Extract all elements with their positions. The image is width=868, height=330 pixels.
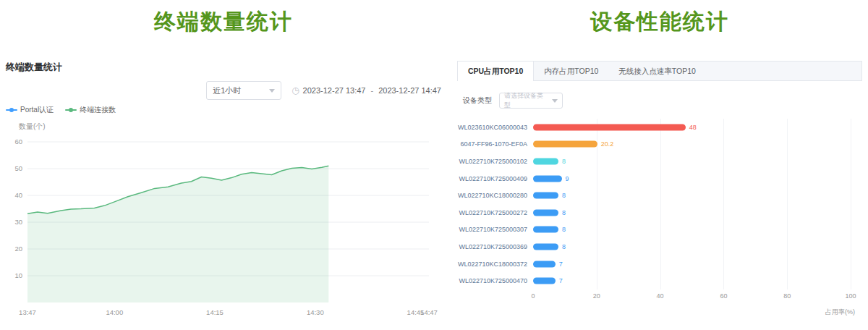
legend-label: 终端连接数 bbox=[80, 105, 116, 115]
time-range-value: 近1小时 bbox=[213, 85, 241, 96]
y-tick-label: 20 bbox=[14, 245, 22, 253]
legend-marker-icon bbox=[6, 107, 17, 113]
device-name-label[interactable]: 6047-FF96-1070-EF0A bbox=[457, 140, 527, 148]
bar-row-1: 6047-FF96-1070-EF0A20.2 bbox=[457, 136, 862, 153]
bar-row-2: WL022710K7250001028 bbox=[457, 153, 862, 170]
bar-row-9: WL022710K7250004707 bbox=[457, 272, 862, 289]
top10-tabs: CPU占用TOP10内存占用TOP10无线接入点速率TOP10 bbox=[457, 61, 862, 81]
date-separator: - bbox=[369, 86, 375, 95]
terminal-panel-title: 终端数量统计 bbox=[6, 61, 441, 74]
bar[interactable] bbox=[533, 192, 558, 199]
bar-row-4: WL022710KC180002808 bbox=[457, 187, 862, 204]
x-tick-label: 0 bbox=[531, 292, 535, 300]
bar-chart-rows: WL023610KC06000043486047-FF96-1070-EF0A2… bbox=[457, 119, 862, 289]
date-range-picker[interactable]: ◷ 2023-12-27 13:47 - 2023-12-27 14:47 bbox=[292, 81, 441, 100]
device-name-label[interactable]: WL022710K725000369 bbox=[457, 243, 527, 250]
bar-value-label: 7 bbox=[559, 277, 563, 284]
bar-track: 48 bbox=[533, 119, 851, 136]
terminal-section-title: 终端数量统计 bbox=[6, 7, 441, 35]
x-axis-name: 占用率(%) bbox=[825, 308, 855, 317]
device-name-label[interactable]: WL022710K725000470 bbox=[457, 277, 527, 284]
x-tick-label: 13:47 bbox=[19, 308, 36, 316]
bar-value-label: 8 bbox=[562, 209, 566, 216]
device-name-label[interactable]: WL022710K725000409 bbox=[457, 175, 527, 182]
area-fill bbox=[27, 166, 328, 302]
bar[interactable] bbox=[533, 209, 558, 216]
device-name-label[interactable]: WL022710K725000307 bbox=[457, 226, 527, 233]
x-tick-label: 14:00 bbox=[106, 308, 123, 316]
bar[interactable] bbox=[533, 141, 597, 148]
bar-row-7: WL022710K7250003698 bbox=[457, 238, 862, 255]
device-type-filter: 设备类型 请选择设备类型 bbox=[457, 93, 862, 109]
bar-value-label: 8 bbox=[562, 243, 566, 250]
x-tick-label: 40 bbox=[657, 292, 664, 300]
bar[interactable] bbox=[533, 278, 556, 284]
dashboard: 终端数量统计 终端数量统计 近1小时 ◷ 2023-12-27 13:47 - … bbox=[0, 0, 868, 330]
bar-value-label: 9 bbox=[566, 175, 569, 182]
device-type-label: 设备类型 bbox=[463, 96, 492, 106]
cpu-top10-bar-chart: WL023610KC06000043486047-FF96-1070-EF0A2… bbox=[457, 119, 862, 318]
bar[interactable] bbox=[533, 158, 558, 164]
y-tick-label: 40 bbox=[14, 191, 22, 199]
tab-1[interactable]: 内存占用TOP10 bbox=[534, 62, 608, 80]
device-perf-section: 设备性能统计 CPU占用TOP10内存占用TOP10无线接入点速率TOP10 设… bbox=[448, 0, 868, 330]
chevron-down-icon bbox=[552, 99, 558, 103]
bar[interactable] bbox=[533, 243, 558, 250]
bar-value-label: 8 bbox=[562, 158, 566, 165]
device-type-placeholder: 请选择设备类型 bbox=[504, 91, 548, 110]
terminal-line-chart: 10203040506013:4714:0014:1514:3014:4514:… bbox=[6, 133, 440, 320]
bar-value-label: 8 bbox=[562, 226, 566, 233]
x-tick-label: 60 bbox=[720, 292, 727, 300]
legend-marker-icon bbox=[65, 107, 77, 113]
bar-row-5: WL022710K7250002728 bbox=[457, 204, 862, 221]
bar-row-8: WL022710KC180003727 bbox=[457, 255, 862, 273]
legend-label: Portal认证 bbox=[20, 105, 54, 115]
bar-row-3: WL022710K7250004099 bbox=[457, 170, 862, 187]
x-tick-label: 14:15 bbox=[206, 308, 224, 316]
bar-value-label: 48 bbox=[689, 124, 697, 131]
bar-track: 8 bbox=[533, 204, 851, 221]
y-axis-name: 数量(个) bbox=[19, 122, 441, 132]
bar-row-6: WL022710K7250003078 bbox=[457, 221, 862, 239]
device-type-select[interactable]: 请选择设备类型 bbox=[499, 93, 563, 109]
chevron-down-icon bbox=[269, 89, 275, 93]
device-name-label[interactable]: WL022710KC18000372 bbox=[457, 261, 527, 268]
bar-row-0: WL023610KC0600004348 bbox=[457, 119, 862, 136]
bar-track: 8 bbox=[533, 153, 851, 170]
device-name-label[interactable]: WL022710KC18000280 bbox=[457, 192, 527, 199]
bar[interactable] bbox=[533, 175, 562, 182]
tab-2[interactable]: 无线接入点速率TOP10 bbox=[608, 62, 706, 80]
bar-track: 9 bbox=[533, 170, 851, 187]
bar[interactable] bbox=[533, 261, 556, 267]
bar-track: 7 bbox=[533, 255, 851, 273]
legend-item-0[interactable]: Portal认证 bbox=[6, 105, 54, 115]
x-tick-label: 20 bbox=[593, 292, 600, 300]
bar[interactable] bbox=[533, 227, 558, 233]
device-name-label[interactable]: WL022710K725000272 bbox=[457, 209, 527, 216]
y-tick-label: 30 bbox=[14, 218, 22, 226]
bar-track: 8 bbox=[533, 238, 851, 255]
date-start-value: 2023-12-27 13:47 bbox=[303, 86, 366, 95]
legend-item-1[interactable]: 终端连接数 bbox=[65, 105, 116, 115]
x-tick-label: 100 bbox=[845, 292, 856, 300]
device-section-title: 设备性能统计 bbox=[457, 7, 862, 35]
device-name-label[interactable]: WL023610KC06000043 bbox=[457, 124, 527, 131]
time-range-select[interactable]: 近1小时 bbox=[206, 81, 281, 100]
tab-0[interactable]: CPU占用TOP10 bbox=[458, 62, 534, 81]
bar-track: 8 bbox=[533, 187, 851, 204]
bar-value-label: 20.2 bbox=[601, 140, 614, 148]
bar-value-label: 8 bbox=[562, 192, 566, 199]
chart-controls: 近1小时 ◷ 2023-12-27 13:47 - 2023-12-27 14:… bbox=[6, 81, 441, 100]
bar[interactable] bbox=[533, 124, 686, 130]
y-tick-label: 10 bbox=[14, 271, 22, 279]
bar-track: 7 bbox=[533, 272, 851, 289]
date-end-value: 2023-12-27 14:47 bbox=[378, 86, 441, 95]
bar-track: 20.2 bbox=[533, 136, 851, 153]
bar-value-label: 7 bbox=[559, 261, 563, 268]
x-tick-label: 14:47 bbox=[420, 308, 438, 316]
y-tick-label: 50 bbox=[14, 164, 22, 172]
bar-track: 8 bbox=[533, 221, 851, 239]
terminal-stats-section: 终端数量统计 终端数量统计 近1小时 ◷ 2023-12-27 13:47 - … bbox=[0, 0, 448, 330]
device-name-label[interactable]: WL022710K725000102 bbox=[457, 158, 527, 165]
line-chart-legend: Portal认证终端连接数 bbox=[6, 104, 441, 116]
